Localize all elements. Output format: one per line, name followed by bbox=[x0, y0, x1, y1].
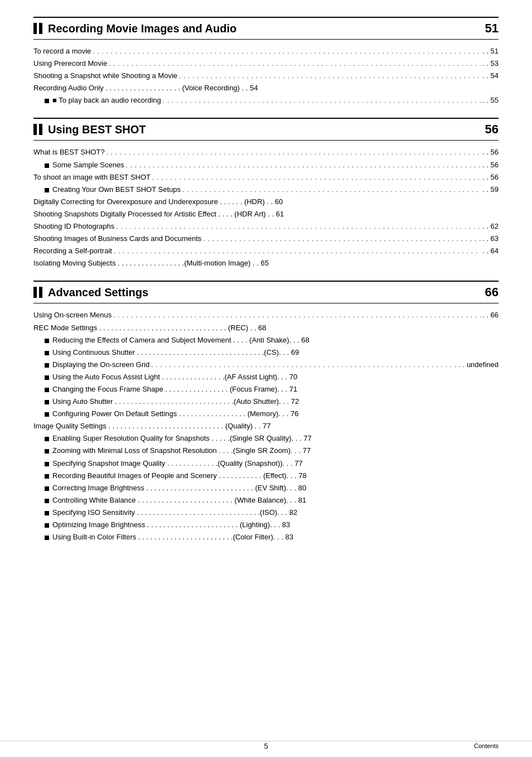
toc-entry: Recording a Self-portrait. . 64 bbox=[33, 245, 499, 257]
toc-entry-label: Using On-screen Menus bbox=[33, 309, 112, 321]
toc-entry: Using Prerecord Movie. . 53 bbox=[33, 57, 499, 70]
toc-dots bbox=[182, 184, 481, 196]
toc-entry-page: . . 53 bbox=[482, 57, 499, 70]
toc-entry: Shooting ID Photographs. . 62 bbox=[33, 220, 499, 233]
toc-entry: To record a movie. . 51 bbox=[33, 45, 499, 57]
toc-entry-label: ■ To play back an audio recording bbox=[52, 94, 161, 107]
toc-dots bbox=[107, 146, 481, 158]
bullet-icon bbox=[45, 351, 49, 355]
toc-entry: Displaying the On-screen Grid. . undefin… bbox=[33, 359, 499, 371]
toc-entry: Digitally Correcting for Overexposure an… bbox=[33, 196, 499, 208]
toc-entry-text: Recording Audio Only . . . . . . . . . .… bbox=[33, 82, 258, 94]
toc-entry: Shooting Images of Business Cards and Do… bbox=[33, 233, 499, 245]
toc-entry: To shoot an image with BEST SHOT. . 56 bbox=[33, 171, 499, 184]
toc-entry-text: Controlling White Balance . . . . . . . … bbox=[52, 494, 306, 507]
toc-entry-label: What is BEST SHOT? bbox=[33, 146, 105, 158]
toc-entry: Shooting Snapshots Digitally Processed f… bbox=[33, 208, 499, 220]
toc-entry-text: Using Built-in Color Filters . . . . . .… bbox=[52, 531, 293, 543]
section-header-bestshot: Using BEST SHOT56 bbox=[33, 118, 499, 141]
toc-entry-text: Recording Beautiful Images of People and… bbox=[52, 470, 307, 482]
toc-entry-text: Enabling Super Resolution Quality for Sn… bbox=[52, 432, 312, 445]
toc-dots bbox=[179, 70, 481, 82]
page-container: Recording Movie Images and Audio51To rec… bbox=[0, 0, 532, 588]
bullet-icon bbox=[45, 375, 49, 380]
section-icon-bestshot bbox=[33, 124, 43, 135]
section-page-bestshot: 56 bbox=[485, 122, 499, 137]
toc-entry: Using On-screen Menus. . 66 bbox=[33, 309, 499, 321]
toc-entry-text: Reducing the Effects of Camera and Subje… bbox=[52, 334, 309, 346]
toc-entry: Correcting Image Brightness . . . . . . … bbox=[33, 482, 499, 494]
toc-entry-page: . . 56 bbox=[482, 146, 499, 158]
toc-entry: Zooming with Minimal Loss of Snapshot Re… bbox=[33, 445, 499, 457]
toc-entry-page: . . 56 bbox=[482, 159, 499, 171]
toc-entry-label: Displaying the On-screen Grid bbox=[52, 359, 149, 371]
toc-entry-label: Shooting Images of Business Cards and Do… bbox=[33, 233, 201, 245]
section-title-text-bestshot: Using BEST SHOT bbox=[48, 123, 146, 136]
toc-entry-page: . . 64 bbox=[482, 245, 499, 257]
bullet-icon bbox=[45, 339, 49, 343]
toc-entry: Using the Auto Focus Assist Light . . . … bbox=[33, 371, 499, 383]
toc-entry-text: Zooming with Minimal Loss of Snapshot Re… bbox=[52, 445, 311, 457]
toc-entry-text: Image Quality Settings . . . . . . . . .… bbox=[33, 420, 271, 432]
toc-entry-label: Recording a Self-portrait bbox=[33, 245, 112, 257]
toc-dots bbox=[151, 359, 457, 371]
section-icon-advanced bbox=[33, 287, 43, 298]
bullet-icon bbox=[45, 363, 49, 368]
bullet-icon bbox=[45, 437, 49, 441]
toc-entry-page: . . undefined bbox=[458, 359, 499, 371]
toc-entry-label: Using Prerecord Movie bbox=[33, 57, 107, 70]
toc-dots bbox=[109, 57, 481, 70]
toc-entry-text: Configuring Power On Default Settings . … bbox=[52, 408, 298, 420]
toc-entry: Using Auto Shutter . . . . . . . . . . .… bbox=[33, 396, 499, 408]
footer-page-number: 5 bbox=[264, 742, 268, 750]
section-header-advanced: Advanced Settings66 bbox=[33, 281, 499, 303]
toc-entry-text: Specifying ISO Sensitivity . . . . . . .… bbox=[52, 507, 297, 519]
toc-entry-label: Some Sample Scenes bbox=[52, 159, 124, 171]
bullet-icon bbox=[45, 523, 49, 528]
bullet-icon bbox=[45, 99, 49, 103]
bullet-icon bbox=[45, 536, 49, 540]
bullet-icon bbox=[45, 474, 49, 479]
toc-entry-label: To shoot an image with BEST SHOT bbox=[33, 171, 151, 184]
svg-rect-5 bbox=[39, 287, 42, 298]
toc-entry-text: Optimizing Image Brightness . . . . . . … bbox=[52, 519, 290, 531]
bullet-icon bbox=[45, 163, 49, 168]
bullet-icon bbox=[45, 449, 49, 454]
bullet-icon bbox=[45, 188, 49, 192]
toc-entry: Reducing the Effects of Camera and Subje… bbox=[33, 334, 499, 346]
toc-dots bbox=[126, 159, 481, 171]
bullet-icon bbox=[45, 511, 49, 515]
toc-entry-text: Correcting Image Brightness . . . . . . … bbox=[52, 482, 306, 494]
toc-dots bbox=[203, 233, 481, 245]
toc-entries-bestshot: What is BEST SHOT?. . 56Some Sample Scen… bbox=[33, 146, 499, 269]
toc-dots bbox=[93, 45, 481, 57]
section-page-advanced: 66 bbox=[485, 285, 499, 300]
toc-entry-text: Changing the Focus Frame Shape . . . . .… bbox=[52, 383, 297, 396]
toc-entry: REC Mode Settings . . . . . . . . . . . … bbox=[33, 322, 499, 334]
svg-rect-2 bbox=[33, 124, 37, 135]
toc-entry: Changing the Focus Frame Shape . . . . .… bbox=[33, 383, 499, 396]
bullet-icon bbox=[45, 400, 49, 404]
toc-entry-text: Shooting Snapshots Digitally Processed f… bbox=[33, 208, 284, 220]
toc-entry-page: . . 51 bbox=[482, 45, 499, 57]
toc-entry: Isolating Moving Subjects . . . . . . . … bbox=[33, 257, 499, 269]
svg-rect-3 bbox=[39, 124, 42, 135]
svg-rect-4 bbox=[33, 287, 37, 298]
toc-entry: Creating Your Own BEST SHOT Setups. . 59 bbox=[33, 184, 499, 196]
section-title-text-advanced: Advanced Settings bbox=[48, 286, 148, 299]
toc-entry: Configuring Power On Default Settings . … bbox=[33, 408, 499, 420]
toc-entry-text: Specifying Snapshot Image Quality . . . … bbox=[52, 457, 303, 470]
toc-entry-text: Isolating Moving Subjects . . . . . . . … bbox=[33, 257, 269, 269]
toc-entry: Specifying Snapshot Image Quality . . . … bbox=[33, 457, 499, 470]
toc-entry: Using Continuous Shutter . . . . . . . .… bbox=[33, 346, 499, 359]
bullet-icon bbox=[45, 412, 49, 417]
toc-entry-label: To record a movie bbox=[33, 45, 91, 57]
toc-entry: Enabling Super Resolution Quality for Sn… bbox=[33, 432, 499, 445]
toc-entry: Image Quality Settings . . . . . . . . .… bbox=[33, 420, 499, 432]
toc-entry: Some Sample Scenes. . 56 bbox=[33, 159, 499, 171]
toc-entry-page: . . 55 bbox=[482, 94, 499, 107]
toc-entry-page: . . 62 bbox=[482, 220, 499, 233]
toc-entries-advanced: Using On-screen Menus. . 66REC Mode Sett… bbox=[33, 309, 499, 543]
toc-entry-page: . . 66 bbox=[482, 309, 499, 321]
toc-entry: Controlling White Balance . . . . . . . … bbox=[33, 494, 499, 507]
